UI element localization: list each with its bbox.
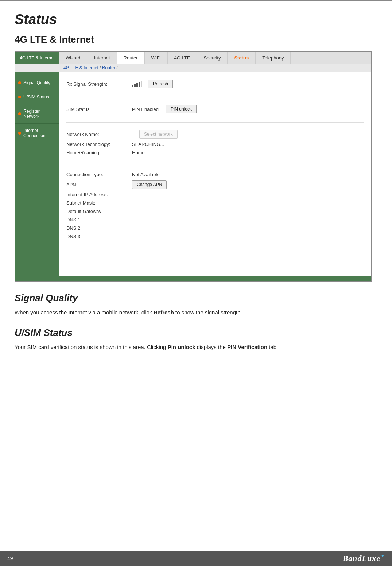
rx-signal-label: Rx Signal Strength:: [66, 81, 132, 87]
usim-body-section: U/SIM Status Your SIM card verification …: [15, 327, 377, 352]
signal-quality-bold: Refresh: [154, 309, 174, 315]
content-area: Signal Quality U/SIM Status Register Net…: [15, 72, 371, 276]
brand-logo: BandLuxe™: [343, 554, 385, 563]
sidebar-item-usim-status[interactable]: U/SIM Status: [15, 90, 59, 104]
breadcrumb-text: 4G LTE & Internet / Router /: [63, 65, 367, 70]
tab-router[interactable]: Router: [117, 52, 145, 64]
change-apn-button[interactable]: Change APN: [132, 180, 167, 189]
usim-text-before: Your SIM card verification status is sho…: [15, 344, 168, 350]
subnet-mask-label: Subnet Mask:: [66, 200, 132, 206]
breadcrumb-sep-1: /: [100, 65, 102, 70]
dot-icon: [18, 96, 21, 98]
sidebar-label-register-network: Register Network: [23, 109, 56, 119]
signal-bar-1: [132, 85, 133, 87]
network-technology-row: Network Technology: SEARCHING...: [66, 142, 364, 147]
usim-text-mid: displays the: [195, 344, 227, 350]
nav-row: 4G LTE & Internet Wizard Internet Router…: [15, 52, 371, 64]
tab-internet[interactable]: Internet: [87, 52, 117, 64]
router-ui-screenshot: 4G LTE & Internet Wizard Internet Router…: [15, 51, 372, 282]
dot-icon: [18, 112, 21, 115]
page-title: Status: [15, 12, 377, 27]
network-technology-value: SEARCHING...: [132, 142, 164, 147]
default-gateway-label: Default Gateway:: [66, 209, 132, 214]
dns1-row: DNS 1:: [66, 217, 364, 222]
usim-body-heading: U/SIM Status: [15, 327, 377, 338]
usim-body-text: Your SIM card verification status is sho…: [15, 343, 377, 352]
signal-bar-5: [141, 81, 142, 87]
usim-status-section: SIM Status: PIN Enabled PIN unlock: [66, 105, 364, 123]
signal-quality-text-before: When you access the Internet via a mobil…: [15, 309, 154, 315]
usim-bold1: Pin unlock: [168, 344, 195, 350]
signal-quality-body-heading: Signal Quality: [15, 292, 377, 304]
breadcrumb: 4G LTE & Internet / Router /: [15, 64, 371, 72]
sidebar: Signal Quality U/SIM Status Register Net…: [15, 72, 59, 276]
internet-ip-label: Internet IP Address:: [66, 192, 132, 197]
usim-bold2: PIN Verification: [227, 344, 267, 350]
dns3-row: DNS 3:: [66, 234, 364, 239]
breadcrumb-part-1[interactable]: 4G LTE & Internet: [63, 65, 98, 70]
subnet-mask-row: Subnet Mask:: [66, 200, 364, 206]
apn-row: APN: Change APN: [66, 180, 364, 189]
sidebar-item-register-network[interactable]: Register Network: [15, 104, 59, 124]
usim-text-after: tab.: [267, 344, 278, 350]
sidebar-label-usim-status: U/SIM Status: [23, 94, 49, 100]
rx-signal-row: Rx Signal Strength: Refresh: [66, 80, 364, 88]
breadcrumb-sep-2: /: [116, 65, 117, 70]
pin-unlock-button[interactable]: PIN unlock: [166, 105, 197, 113]
page-footer: 49 BandLuxe™: [0, 551, 392, 566]
connection-type-label: Connection Type:: [66, 172, 132, 177]
tab-security[interactable]: Security: [197, 52, 228, 64]
dns1-label: DNS 1:: [66, 217, 132, 222]
register-network-section: Network Name: Select network Network Tec…: [66, 130, 364, 164]
default-gateway-row: Default Gateway:: [66, 209, 364, 214]
dns2-row: DNS 2:: [66, 225, 364, 231]
main-panel: Rx Signal Strength: Refresh: [59, 72, 371, 276]
home-roaming-value: Home: [132, 150, 145, 155]
breadcrumb-part-2[interactable]: Router: [102, 65, 115, 70]
signal-quality-text-after: to show the signal strength.: [174, 309, 242, 315]
refresh-button[interactable]: Refresh: [148, 80, 173, 88]
tab-wifi[interactable]: WiFi: [145, 52, 168, 64]
sim-status-row: SIM Status: PIN Enabled PIN unlock: [66, 105, 364, 113]
sidebar-item-internet-connection[interactable]: Internet Connection: [15, 124, 59, 143]
signal-quality-body-section: Signal Quality When you access the Inter…: [15, 292, 377, 317]
tab-telephony[interactable]: Telephony: [256, 52, 291, 64]
internet-connection-section: Connection Type: Not Available APN: Chan…: [66, 172, 364, 248]
dns2-label: DNS 2:: [66, 225, 132, 231]
main-heading: 4G LTE & Internet: [15, 34, 377, 45]
sim-status-value: PIN Enabled: [132, 106, 159, 112]
network-technology-label: Network Technology:: [66, 142, 132, 147]
select-network-button[interactable]: Select network: [139, 130, 178, 139]
apn-label: APN:: [66, 182, 132, 187]
signal-quality-section: Rx Signal Strength: Refresh: [66, 80, 364, 97]
nav-tabs: Wizard Internet Router WiFi 4G LTE Secur…: [59, 52, 371, 64]
dns3-label: DNS 3:: [66, 234, 132, 239]
sidebar-item-signal-quality[interactable]: Signal Quality: [15, 76, 59, 90]
sim-status-label: SIM Status:: [66, 106, 132, 112]
sidebar-label-signal-quality: Signal Quality: [23, 80, 50, 85]
connection-type-row: Connection Type: Not Available: [66, 172, 364, 177]
signal-bar-4: [139, 82, 140, 87]
tab-4glte[interactable]: 4G LTE: [168, 52, 197, 64]
home-roaming-label: Home/Roaming:: [66, 150, 132, 155]
dot-icon: [18, 81, 21, 84]
connection-type-value: Not Available: [132, 172, 160, 177]
tab-wizard[interactable]: Wizard: [59, 52, 87, 64]
page-number: 49: [7, 555, 13, 561]
network-name-row: Network Name: Select network: [66, 130, 364, 139]
signal-quality-body-text: When you access the Internet via a mobil…: [15, 308, 377, 317]
dot-icon: [18, 132, 21, 135]
signal-bar-3: [136, 83, 138, 87]
signal-bar-2: [134, 84, 136, 87]
signal-bars-icon: [132, 81, 142, 87]
home-roaming-row: Home/Roaming: Home: [66, 150, 364, 155]
nav-brand: 4G LTE & Internet: [15, 52, 59, 64]
network-name-label: Network Name:: [66, 132, 132, 137]
internet-ip-row: Internet IP Address:: [66, 192, 364, 197]
sidebar-label-internet-connection: Internet Connection: [23, 128, 56, 138]
brand-name: BandLuxe™: [343, 554, 385, 563]
tab-status[interactable]: Status: [228, 52, 256, 64]
router-ui-footer-bar: [15, 276, 371, 281]
